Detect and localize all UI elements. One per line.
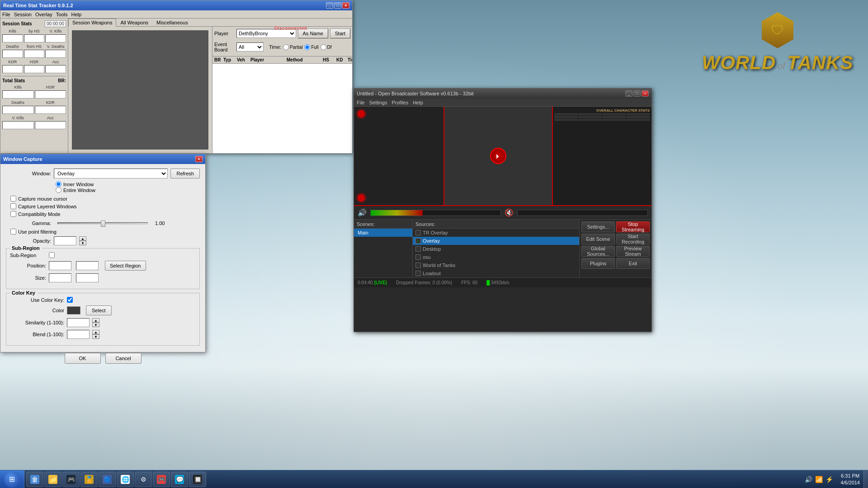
opacity-up[interactable]: ▲	[79, 236, 86, 241]
point-filtering-checkbox[interactable]	[10, 229, 16, 235]
show-desktop-button[interactable]	[863, 470, 868, 488]
menu-help[interactable]: Help	[71, 12, 81, 17]
menu-tools[interactable]: Tools	[56, 12, 68, 17]
taskbar-icon-5: 🔵	[103, 475, 112, 484]
ok-button[interactable]: OK	[65, 353, 101, 364]
full-radio[interactable]	[304, 44, 310, 50]
preview-stream-button[interactable]: Preview Stream	[616, 246, 650, 257]
obs-minimize[interactable]: _	[625, 90, 632, 97]
skype-icon: 💬	[175, 475, 184, 484]
obs-menu-file[interactable]: File	[357, 100, 365, 105]
taskbar-item-chrome[interactable]: 🌐	[117, 472, 134, 487]
close-button[interactable]: ×	[342, 2, 349, 9]
tray-icon-2[interactable]: 📶	[815, 476, 823, 483]
taskbar-clock[interactable]: 6:31 PM 4/6/2014	[837, 473, 863, 486]
blend-input[interactable]: 1	[67, 330, 90, 339]
position-y-input[interactable]: 0	[76, 261, 99, 270]
select-region-button[interactable]: Select Region	[105, 261, 146, 271]
position-x-input[interactable]: 0	[49, 261, 71, 270]
taskbar-item-10[interactable]: 🔲	[189, 472, 206, 487]
taskbar-item-skype[interactable]: 💬	[171, 472, 188, 487]
similarity-down[interactable]: ▼	[92, 323, 99, 327]
vol-icon-right[interactable]: 🔇	[505, 208, 514, 217]
taskbar-item-8[interactable]: 🎮	[153, 472, 170, 487]
color-swatch[interactable]	[67, 306, 80, 314]
stop-streaming-button[interactable]: Stop Streaming	[616, 221, 650, 232]
obs-source-wot[interactable]: World of Tanks	[413, 261, 579, 269]
entire-window-radio[interactable]	[56, 187, 61, 193]
exit-button[interactable]: Exit	[616, 258, 650, 269]
obs-source-overlay[interactable]: ✓ Overlay	[413, 237, 579, 245]
taskbar-item-recycle[interactable]: 🗑	[26, 472, 43, 487]
taskbar-item-steam[interactable]: 🎮	[62, 472, 80, 487]
taskbar-item-folder[interactable]: 📁	[44, 472, 61, 487]
obs-maximize[interactable]: □	[633, 90, 641, 97]
obs-source-loadout[interactable]: Loadout	[413, 269, 579, 277]
plugins-button[interactable]: Plugins	[581, 258, 615, 269]
opacity-down[interactable]: ▼	[79, 241, 86, 245]
sub-region-checkbox[interactable]	[49, 252, 55, 258]
point-filtering-label: Use point filtering	[18, 229, 57, 235]
cancel-button[interactable]: Cancel	[105, 353, 142, 364]
obs-source-checkbox-overlay[interactable]: ✓	[415, 238, 421, 244]
edit-scene-button[interactable]: Edit Scene	[581, 234, 615, 244]
menu-file[interactable]: File	[2, 12, 10, 17]
obs-source-checkbox-loadout[interactable]	[415, 271, 421, 276]
obs-source-desktop[interactable]: Desktop	[413, 245, 579, 253]
obs-close[interactable]: ×	[642, 90, 649, 97]
maximize-button[interactable]: □	[334, 2, 341, 9]
capture-mouse-checkbox[interactable]	[10, 196, 16, 202]
obs-source-checkbox-tr[interactable]	[415, 230, 421, 235]
settings-button[interactable]: Settings...	[581, 221, 615, 232]
taskbar-item-wot[interactable]: 🏅	[80, 472, 98, 487]
capture-layered-checkbox[interactable]	[10, 203, 16, 209]
blend-up[interactable]: ▲	[92, 330, 99, 334]
obs-source-osu[interactable]: osu	[413, 253, 579, 261]
obs-play-button[interactable]: ⏵	[490, 148, 506, 164]
global-sources-button[interactable]: Global Sources...	[581, 246, 615, 257]
df-radio[interactable]	[321, 44, 326, 50]
minimize-button[interactable]: _	[326, 2, 333, 9]
use-color-key-checkbox[interactable]	[67, 297, 73, 303]
start-button[interactable]: Start	[330, 28, 350, 38]
obs-menu-profiles[interactable]: Profiles	[392, 100, 408, 105]
tray-icon-3[interactable]: ⚡	[826, 476, 833, 483]
tray-icon-1[interactable]: 🔊	[805, 476, 812, 483]
inner-window-radio[interactable]	[56, 181, 61, 187]
similarity-up[interactable]: ▲	[92, 318, 99, 323]
stat-tracker-titlebar: Real Time Stat Tracker 0.9.1.2 _ □ ×	[0, 0, 352, 10]
start-button[interactable]: ⊞	[0, 470, 24, 488]
size-h-input[interactable]: 1080	[76, 273, 99, 282]
gamma-thumb[interactable]	[101, 221, 105, 227]
blend-down[interactable]: ▼	[92, 334, 99, 339]
start-recording-button[interactable]: Start Recording	[616, 234, 650, 244]
refresh-button[interactable]: Refresh	[170, 169, 200, 178]
obs-source-checkbox-osu[interactable]	[415, 254, 421, 260]
vol-icon-left[interactable]: 🔊	[358, 208, 367, 217]
size-w-input[interactable]: 1920	[49, 273, 71, 282]
opacity-input[interactable]: 100	[54, 236, 76, 245]
menu-session[interactable]: Session	[14, 12, 32, 17]
tab-miscellaneous[interactable]: Miscellaneous	[152, 19, 192, 27]
window-select[interactable]: Overlay	[54, 169, 168, 178]
obs-source-tr-overlay[interactable]: TR Overlay	[413, 229, 579, 237]
compatibility-mode-checkbox[interactable]	[10, 211, 16, 217]
total-hsr-label: HSR	[35, 85, 66, 89]
taskbar-item-5[interactable]: 🔵	[99, 472, 116, 487]
partial-radio[interactable]	[283, 44, 289, 50]
similarity-input[interactable]: 7	[67, 318, 90, 327]
tab-all-weapons[interactable]: All Weapons	[116, 19, 152, 27]
menu-overlay[interactable]: Overlay	[35, 12, 52, 17]
select-button[interactable]: Select	[86, 305, 112, 315]
obs-source-checkbox-desktop[interactable]	[415, 246, 421, 252]
stat-right-panel: Session Weapons All Weapons Miscellaneou…	[68, 19, 352, 153]
obs-source-checkbox-wot[interactable]	[415, 263, 421, 268]
obs-menu-settings[interactable]: Settings	[369, 100, 387, 105]
obs-scene-main[interactable]: Main	[354, 229, 412, 237]
window-capture-close[interactable]: ×	[195, 156, 203, 162]
df-radio-label: Df	[321, 44, 332, 50]
obs-menu-help[interactable]: Help	[413, 100, 423, 105]
event-board-dropdown[interactable]: All	[236, 42, 264, 52]
tab-session-weapons[interactable]: Session Weapons	[68, 19, 116, 27]
taskbar-item-7[interactable]: ⚙	[135, 472, 152, 487]
